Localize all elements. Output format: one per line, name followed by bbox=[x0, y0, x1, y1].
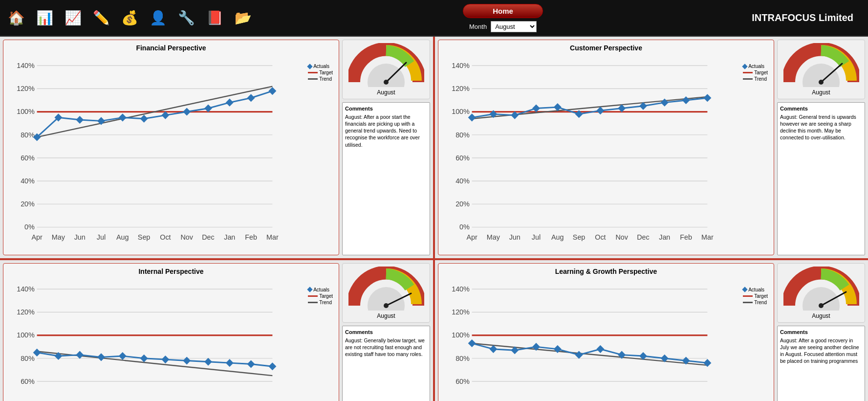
home-button[interactable]: Home bbox=[463, 4, 543, 18]
target-label-i: Target bbox=[319, 293, 333, 299]
svg-text:Feb: Feb bbox=[245, 233, 257, 241]
customer-side-panel: August Comments August: General trend is… bbox=[777, 40, 865, 255]
svg-text:Jun: Jun bbox=[509, 233, 521, 241]
quadrant-customer: Customer Perspective 0%20%40%60%80%100%1… bbox=[435, 37, 868, 258]
svg-text:120%: 120% bbox=[17, 85, 35, 92]
svg-marker-130 bbox=[204, 358, 212, 366]
financial-chart-area: 0%20%40%60%80%100%120%140%AprMayJunJulAu… bbox=[7, 54, 335, 251]
financial-comments-text: August: After a poor start the financial… bbox=[345, 113, 427, 148]
learning-comments-text: August: After a good recovery in July we… bbox=[780, 337, 862, 365]
customer-comments-box: Comments August: General trend is upward… bbox=[777, 102, 865, 255]
internal-comments-text: August: Generally below target, we are n… bbox=[345, 337, 427, 358]
actuals-label-l: Actuals bbox=[748, 287, 764, 292]
customer-legend: Actuals Target Trend bbox=[743, 64, 768, 82]
financial-gauge-box: August bbox=[342, 40, 430, 99]
svg-text:20%: 20% bbox=[456, 200, 470, 208]
svg-text:100%: 100% bbox=[452, 108, 470, 115]
svg-marker-128 bbox=[161, 356, 169, 363]
svg-marker-125 bbox=[97, 353, 105, 361]
svg-marker-179 bbox=[703, 359, 711, 367]
tools-icon-btn[interactable]: 🔧 bbox=[175, 7, 197, 29]
trend-label-c: Trend bbox=[754, 76, 767, 82]
internal-svg: 0%20%40%60%80%100%120%140%AprMayJunJulAu… bbox=[7, 277, 335, 401]
financial-legend: Actuals Target Trend bbox=[308, 64, 333, 82]
svg-text:Jan: Jan bbox=[659, 233, 670, 241]
actuals-diamond-icon-c bbox=[742, 64, 748, 69]
svg-marker-32 bbox=[76, 116, 84, 124]
svg-text:80%: 80% bbox=[21, 354, 35, 362]
actuals-diamond-icon-i bbox=[307, 287, 313, 292]
svg-marker-131 bbox=[226, 359, 234, 367]
svg-marker-34 bbox=[119, 113, 127, 121]
nav-icons: 🏠 📊 📈 ✏️ 💰 👤 🔧 📕 📂 bbox=[5, 7, 254, 29]
month-dropdown[interactable]: AprilMayJuneJulyAugustSeptemberOctoberNo… bbox=[491, 21, 537, 32]
svg-marker-87 bbox=[703, 94, 711, 102]
target-line-icon bbox=[308, 72, 318, 73]
svg-marker-129 bbox=[183, 356, 191, 364]
svg-text:120%: 120% bbox=[17, 308, 35, 316]
customer-title: Customer Perspective bbox=[442, 44, 770, 52]
svg-text:Jul: Jul bbox=[532, 233, 541, 241]
internal-gauge-label: August bbox=[377, 312, 395, 319]
learning-comments-box: Comments August: After a good recovery i… bbox=[777, 326, 865, 401]
target-label: Target bbox=[319, 70, 333, 75]
svg-text:Aug: Aug bbox=[116, 233, 129, 241]
svg-text:80%: 80% bbox=[21, 131, 35, 138]
svg-text:140%: 140% bbox=[452, 285, 470, 293]
financial-side-panel: August Comments August: After a poor sta… bbox=[342, 40, 430, 255]
trend-label-i: Trend bbox=[319, 300, 332, 305]
person-icon-btn[interactable]: 👤 bbox=[147, 7, 169, 29]
internal-legend: Actuals Target Trend bbox=[308, 287, 333, 305]
financial-comments-header: Comments bbox=[345, 105, 427, 112]
svg-marker-82 bbox=[596, 107, 604, 114]
legend-trend: Trend bbox=[308, 76, 333, 82]
chart-icon-btn[interactable]: 📊 bbox=[33, 7, 56, 29]
svg-text:Apr: Apr bbox=[466, 233, 477, 241]
actuals-label-i: Actuals bbox=[313, 287, 329, 292]
month-label: Month bbox=[469, 23, 487, 30]
folder-icon-btn[interactable]: 📂 bbox=[232, 7, 254, 29]
bar-chart-icon-btn[interactable]: 📈 bbox=[62, 7, 84, 29]
internal-comments-header: Comments bbox=[345, 329, 427, 336]
home-icon-btn[interactable]: 🏠 bbox=[5, 7, 27, 29]
target-label-c: Target bbox=[754, 70, 768, 75]
svg-marker-168 bbox=[468, 339, 476, 347]
customer-comments-text: August: General trend is upwards however… bbox=[780, 113, 862, 141]
svg-marker-41 bbox=[268, 87, 276, 95]
trend-line-icon bbox=[308, 78, 318, 80]
financial-chart-panel: Financial Perspective 0%20%40%60%80%100%… bbox=[3, 40, 339, 255]
coins-icon-btn[interactable]: 💰 bbox=[118, 7, 141, 29]
learning-gauge-box: August bbox=[777, 263, 865, 323]
learning-title: Learning & Growth Perspective bbox=[442, 267, 770, 275]
svg-text:100%: 100% bbox=[452, 331, 470, 339]
legend-actuals-i: Actuals bbox=[308, 287, 333, 292]
learning-legend: Actuals Target Trend bbox=[743, 287, 768, 305]
legend-target-c: Target bbox=[743, 70, 768, 75]
pencil-icon-btn[interactable]: ✏️ bbox=[90, 7, 112, 29]
legend-target-l: Target bbox=[743, 293, 768, 299]
learning-chart-panel: Learning & Growth Perspective 0%20%40%60… bbox=[438, 263, 774, 401]
svg-text:Sep: Sep bbox=[138, 233, 151, 241]
month-selector: Month AprilMayJuneJulyAugustSeptemberOct… bbox=[469, 21, 537, 32]
svg-text:May: May bbox=[487, 233, 500, 241]
legend-trend-c: Trend bbox=[743, 76, 768, 82]
svg-text:140%: 140% bbox=[452, 62, 470, 69]
svg-point-137 bbox=[384, 303, 389, 308]
svg-marker-124 bbox=[76, 351, 84, 358]
learning-gauge-svg bbox=[783, 267, 859, 311]
svg-text:60%: 60% bbox=[21, 154, 35, 162]
quadrant-internal: Internal Perspective 0%20%40%60%80%100%1… bbox=[0, 260, 433, 401]
internal-gauge-box: August bbox=[342, 263, 430, 323]
svg-text:Dec: Dec bbox=[202, 233, 214, 241]
legend-actuals-c: Actuals bbox=[743, 64, 768, 69]
svg-text:40%: 40% bbox=[21, 177, 35, 185]
svg-text:120%: 120% bbox=[452, 85, 470, 92]
svg-marker-127 bbox=[140, 354, 148, 362]
svg-text:120%: 120% bbox=[452, 308, 470, 316]
customer-chart-area: 0%20%40%60%80%100%120%140%AprMayJunJulAu… bbox=[442, 54, 770, 251]
book-icon-btn[interactable]: 📕 bbox=[203, 7, 226, 29]
quadrant-financial: Financial Perspective 0%20%40%60%80%100%… bbox=[0, 37, 433, 258]
svg-marker-169 bbox=[489, 345, 497, 353]
svg-text:0%: 0% bbox=[24, 223, 35, 231]
trend-line-icon-i bbox=[308, 302, 318, 303]
